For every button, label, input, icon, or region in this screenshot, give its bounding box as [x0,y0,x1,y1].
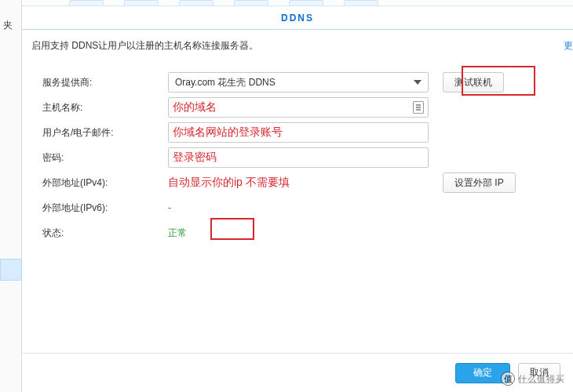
status-value: 正常 [168,227,187,238]
dialog-title: DDNS [281,13,314,24]
ddns-form: 服务提供商: Oray.com 花生壳 DDNS 测试联机 主机名称: 你的域名… [42,71,560,246]
row-ipv4: 外部地址(IPv4): 自动显示你的ip 不需要填 设置外部 IP [42,171,560,194]
ipv6-value: - [168,202,171,213]
row-password: 密码: 登录密码 [42,146,560,169]
password-label: 密码: [42,151,168,165]
tab-stub [344,0,378,5]
tab-stub [234,0,268,5]
user-input[interactable] [168,122,429,143]
left-edge-selection [0,259,22,281]
dialog-footer: 确定 取消 [22,353,573,392]
row-provider: 服务提供商: Oray.com 花生壳 DDNS 测试联机 [42,71,560,94]
ipv6-label: 外部地址(IPv6): [42,201,168,215]
ok-button[interactable]: 确定 [455,363,510,383]
left-edge-panel: 夹 [0,0,22,392]
provider-select[interactable]: Oray.com 花生壳 DDNS [168,72,429,93]
tab-stub [289,0,323,5]
tab-stub [69,0,104,5]
tab-stub [124,0,159,5]
row-user: 用户名/电子邮件: 你域名网站的登录账号 [42,121,560,144]
set-external-ip-button[interactable]: 设置外部 IP [443,172,516,193]
user-label: 用户名/电子邮件: [42,126,168,140]
tab-stub [179,0,214,5]
dialog-description: 启用支持 DDNS让用户以注册的主机名称连接服务器。 [31,39,258,53]
chevron-down-icon [414,80,422,85]
hostname-label: 主机名称: [42,101,168,114]
more-link[interactable]: 更 [564,39,573,53]
row-status: 状态: 正常 [42,221,560,245]
test-connection-button[interactable]: 测试联机 [443,72,504,93]
status-label: 状态: [42,227,168,240]
ddns-dialog: 夹 DDNS 启用支持 DDNS让用户以注册的主机名称连接服务器。 更 服务提供… [0,0,573,392]
password-input[interactable] [168,147,429,168]
ipv4-annotation: 自动显示你的ip 不需要填 [168,176,290,188]
left-edge-fragment: 夹 [3,19,13,32]
keyboard-icon [413,101,424,114]
provider-value: Oray.com 花生壳 DDNS [175,76,276,89]
row-ipv6: 外部地址(IPv6): - [42,196,560,220]
row-hostname: 主机名称: 你的域名 [42,96,560,119]
tab-strip [22,0,573,6]
provider-label: 服务提供商: [42,76,168,89]
dialog-header: DDNS [22,6,573,30]
cancel-button[interactable]: 取消 [518,363,560,383]
hostname-input[interactable] [168,97,429,118]
ipv4-label: 外部地址(IPv4): [42,176,168,190]
